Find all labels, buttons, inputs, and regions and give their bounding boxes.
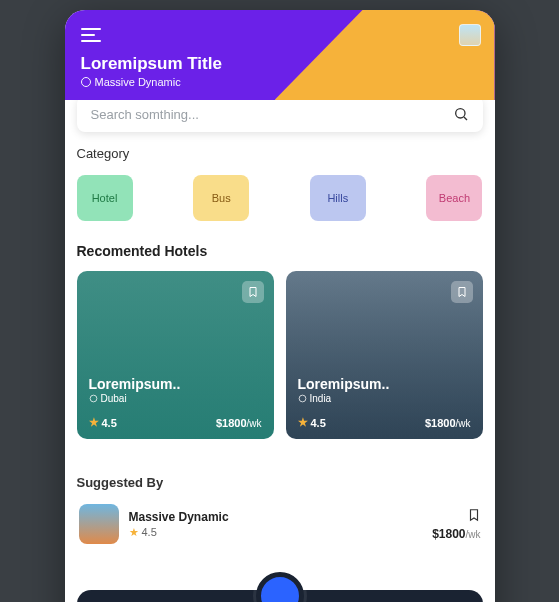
card-body: Loremipsum.. India ★ 4.5 $1800/wk xyxy=(298,376,471,429)
search-icon[interactable] xyxy=(453,106,469,122)
hotel-card[interactable]: Loremipsum.. India ★ 4.5 $1800/wk xyxy=(286,271,483,439)
header: Loremipsum Title Massive Dynamic xyxy=(65,10,495,100)
card-footer: ★ 4.5 $1800/wk xyxy=(298,416,471,429)
card-location: India xyxy=(298,393,471,404)
suggested-label: Suggested By xyxy=(77,475,483,490)
location-icon xyxy=(298,394,307,403)
suggested-name: Massive Dynamic xyxy=(129,510,423,524)
card-body: Loremipsum.. Dubai ★ 4.5 $1800/wk xyxy=(89,376,262,429)
bookmark-icon xyxy=(467,507,481,523)
suggested-rating: ★ 4.5 xyxy=(129,526,423,539)
price-value: $1800 xyxy=(432,527,465,541)
card-location: Dubai xyxy=(89,393,262,404)
menu-icon[interactable] xyxy=(81,28,101,42)
star-icon: ★ xyxy=(298,416,308,429)
avatar[interactable] xyxy=(459,24,481,46)
category-hills[interactable]: Hills xyxy=(310,175,366,221)
header-subtitle-text: Massive Dynamic xyxy=(95,76,181,88)
category-bus[interactable]: Bus xyxy=(193,175,249,221)
suggested-info: Massive Dynamic ★ 4.5 xyxy=(129,510,423,539)
rating-value: 4.5 xyxy=(311,417,326,429)
bookmark-button[interactable] xyxy=(451,281,473,303)
page-title: Loremipsum Title xyxy=(81,54,479,74)
category-hotel[interactable]: Hotel xyxy=(77,175,133,221)
suggested-right: $1800/wk xyxy=(432,507,480,541)
svg-line-1 xyxy=(464,117,467,120)
search-input[interactable] xyxy=(91,107,453,122)
category-beach[interactable]: Beach xyxy=(426,175,482,221)
card-footer: ★ 4.5 $1800/wk xyxy=(89,416,262,429)
location-icon xyxy=(89,394,98,403)
star-icon: ★ xyxy=(89,416,99,429)
svg-point-3 xyxy=(299,395,306,402)
card-rating: ★ 4.5 xyxy=(89,416,117,429)
svg-point-0 xyxy=(455,109,464,118)
recommended-list: Loremipsum.. Dubai ★ 4.5 $1800/wk xyxy=(77,271,483,439)
bookmark-button[interactable] xyxy=(242,281,264,303)
search-bar[interactable] xyxy=(77,96,483,132)
suggested-item[interactable]: Massive Dynamic ★ 4.5 $1800/wk xyxy=(77,500,483,548)
price-unit: /wk xyxy=(456,418,471,429)
svg-point-2 xyxy=(90,395,97,402)
location-icon xyxy=(81,77,91,87)
app-frame: Loremipsum Title Massive Dynamic Categor… xyxy=(65,10,495,602)
bookmark-icon xyxy=(456,285,468,299)
price-unit: /wk xyxy=(247,418,262,429)
hotel-card[interactable]: Loremipsum.. Dubai ★ 4.5 $1800/wk xyxy=(77,271,274,439)
suggested-price: $1800/wk xyxy=(432,527,480,541)
recommended-label: Recomented Hotels xyxy=(77,243,483,259)
price-value: $1800 xyxy=(425,417,456,429)
card-price: $1800/wk xyxy=(216,417,262,429)
bookmark-button[interactable] xyxy=(467,507,481,523)
suggested-thumbnail xyxy=(79,504,119,544)
header-subtitle: Massive Dynamic xyxy=(81,76,479,88)
card-price: $1800/wk xyxy=(425,417,471,429)
card-rating: ★ 4.5 xyxy=(298,416,326,429)
rating-value: 4.5 xyxy=(142,526,157,538)
star-icon: ★ xyxy=(129,526,139,539)
category-label: Category xyxy=(77,146,483,161)
content: Category Hotel Bus Hills Beach Recomente… xyxy=(65,96,495,602)
card-title: Loremipsum.. xyxy=(298,376,471,392)
price-unit: /wk xyxy=(466,529,481,540)
price-value: $1800 xyxy=(216,417,247,429)
card-title: Loremipsum.. xyxy=(89,376,262,392)
rating-value: 4.5 xyxy=(102,417,117,429)
card-location-text: India xyxy=(310,393,332,404)
category-list: Hotel Bus Hills Beach xyxy=(77,175,483,221)
card-location-text: Dubai xyxy=(101,393,127,404)
bookmark-icon xyxy=(247,285,259,299)
